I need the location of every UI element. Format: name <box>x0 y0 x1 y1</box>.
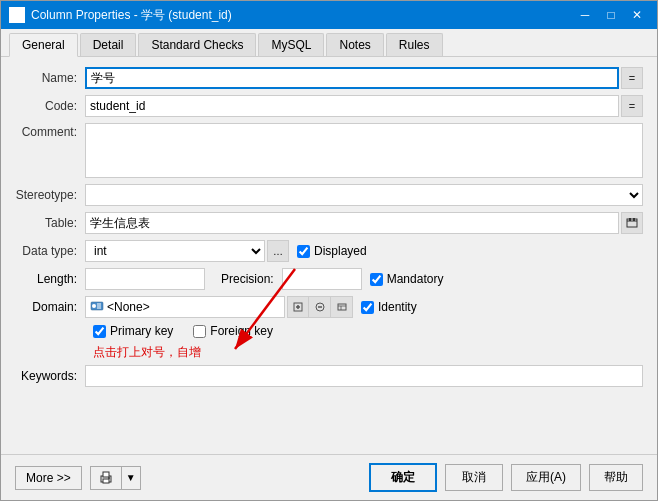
pk-checkbox[interactable] <box>93 325 106 338</box>
name-eq-button[interactable]: = <box>621 67 643 89</box>
domain-btn3[interactable] <box>331 296 353 318</box>
datatype-label: Data type: <box>15 244 85 258</box>
precision-label: Precision: <box>221 272 274 286</box>
table-browse-button[interactable] <box>621 212 643 234</box>
pk-group: Primary key <box>93 324 173 338</box>
tab-rules[interactable]: Rules <box>386 33 443 56</box>
svg-rect-23 <box>103 472 109 477</box>
svg-point-25 <box>108 477 110 479</box>
length-label: Length: <box>15 272 85 286</box>
domain-btn2[interactable] <box>309 296 331 318</box>
stereotype-select[interactable] <box>85 184 643 206</box>
table-row: Table: 学生信息表 <box>15 212 643 234</box>
tab-standard-checks[interactable]: Standard Checks <box>138 33 256 56</box>
domain-row: Domain: <None> <box>15 296 643 318</box>
stereotype-row: Stereotype: <box>15 184 643 206</box>
svg-point-8 <box>92 304 96 308</box>
window-title: Column Properties - 学号 (student_id) <box>31 7 573 24</box>
apply-button[interactable]: 应用(A) <box>511 464 581 491</box>
length-input[interactable] <box>85 268 205 290</box>
domain-buttons <box>287 296 353 318</box>
mandatory-checkbox[interactable] <box>370 273 383 286</box>
svg-rect-5 <box>629 218 631 221</box>
help-button[interactable]: 帮助 <box>589 464 643 491</box>
print-group: ▼ <box>90 466 141 490</box>
keywords-input[interactable] <box>85 365 643 387</box>
cancel-button[interactable]: 取消 <box>445 464 503 491</box>
pk-label: Primary key <box>110 324 173 338</box>
window-icon <box>9 7 25 23</box>
maximize-button[interactable]: □ <box>599 5 623 25</box>
displayed-group: Displayed <box>297 244 367 258</box>
svg-rect-6 <box>633 218 635 221</box>
displayed-label: Displayed <box>314 244 367 258</box>
form-content: Name: = Code: = Comment: Stereotype: Tab… <box>1 57 657 454</box>
code-input[interactable] <box>85 95 619 117</box>
table-label: Table: <box>15 216 85 230</box>
tab-mysql[interactable]: MySQL <box>258 33 324 56</box>
identity-group: Identity <box>361 300 417 314</box>
code-row: Code: = <box>15 95 643 117</box>
stereotype-label: Stereotype: <box>15 188 85 202</box>
print-dropdown-button[interactable]: ▼ <box>121 467 140 489</box>
fk-label: Foreign key <box>210 324 273 338</box>
domain-value: <None> <box>107 300 150 314</box>
code-label: Code: <box>15 99 85 113</box>
keywords-row: Keywords: <box>15 365 643 387</box>
tab-detail[interactable]: Detail <box>80 33 137 56</box>
domain-label: Domain: <box>15 300 85 314</box>
domain-field: <None> <box>85 296 285 318</box>
mandatory-group: Mandatory <box>370 272 444 286</box>
more-button[interactable]: More >> <box>15 466 82 490</box>
svg-rect-3 <box>627 219 637 227</box>
length-row: Length: Precision: Mandatory <box>15 268 643 290</box>
domain-icon <box>90 299 104 315</box>
comment-label: Comment: <box>15 123 85 139</box>
name-input[interactable] <box>85 67 619 89</box>
close-button[interactable]: ✕ <box>625 5 649 25</box>
annotation-text: 点击打上对号，自增 <box>93 345 201 359</box>
name-label: Name: <box>15 71 85 85</box>
tab-notes[interactable]: Notes <box>326 33 383 56</box>
title-bar: Column Properties - 学号 (student_id) ─ □ … <box>1 1 657 29</box>
window-controls: ─ □ ✕ <box>573 5 649 25</box>
keywords-label: Keywords: <box>15 369 85 383</box>
table-value: 学生信息表 <box>85 212 619 234</box>
tab-general[interactable]: General <box>9 33 78 57</box>
datatype-select[interactable]: int varchar text <box>85 240 265 262</box>
tab-bar: General Detail Standard Checks MySQL Not… <box>1 29 657 57</box>
comment-input[interactable] <box>85 123 643 178</box>
domain-btn1[interactable] <box>287 296 309 318</box>
mandatory-label: Mandatory <box>387 272 444 286</box>
svg-rect-24 <box>103 479 109 483</box>
svg-rect-0 <box>11 9 23 21</box>
ok-button[interactable]: 确定 <box>369 463 437 492</box>
main-window: Column Properties - 学号 (student_id) ─ □ … <box>0 0 658 501</box>
comment-row: Comment: <box>15 123 643 178</box>
svg-rect-17 <box>338 304 346 310</box>
displayed-checkbox[interactable] <box>297 245 310 258</box>
fk-group: Foreign key <box>193 324 273 338</box>
name-row: Name: = <box>15 67 643 89</box>
print-button[interactable] <box>91 467 121 489</box>
annotation-row: 点击打上对号，自增 <box>15 344 643 361</box>
footer: More >> ▼ 确定 取消 应用(A) 帮助 <box>1 454 657 500</box>
datatype-browse-button[interactable]: … <box>267 240 289 262</box>
pk-fk-row: Primary key Foreign key <box>15 324 643 338</box>
identity-checkbox[interactable] <box>361 301 374 314</box>
precision-input[interactable] <box>282 268 362 290</box>
minimize-button[interactable]: ─ <box>573 5 597 25</box>
fk-checkbox[interactable] <box>193 325 206 338</box>
code-eq-button[interactable]: = <box>621 95 643 117</box>
datatype-row: Data type: int varchar text … Displayed <box>15 240 643 262</box>
identity-label: Identity <box>378 300 417 314</box>
